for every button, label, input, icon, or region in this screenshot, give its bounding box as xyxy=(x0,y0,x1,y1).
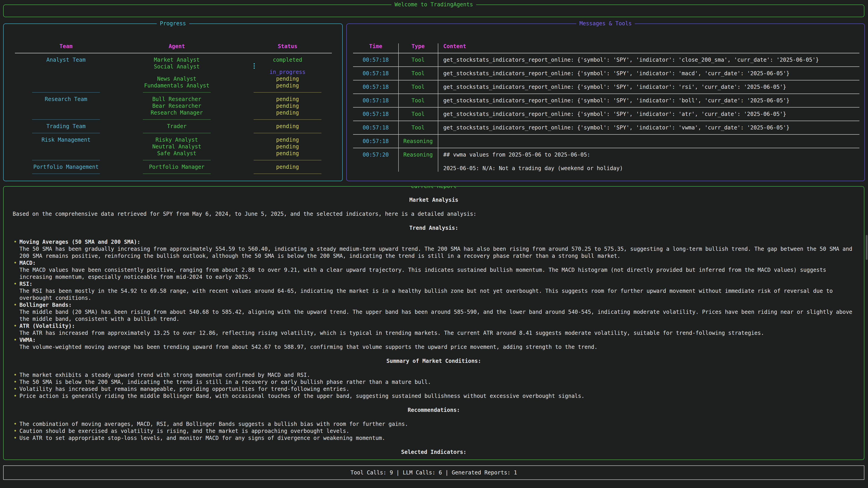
agent-name: Social Analyst xyxy=(143,63,211,75)
agent-separator xyxy=(143,133,211,133)
team-name: Analyst Team xyxy=(32,57,100,63)
messages-column-header: Time xyxy=(353,43,398,50)
column-divider xyxy=(398,43,399,172)
bullet-icon: • xyxy=(13,421,17,428)
message-time: 00:57:18 xyxy=(353,135,398,148)
status-label: in_progress xyxy=(254,69,321,75)
footer-stats-panel: Tool Calls: 9 | LLM Calls: 6 | Generated… xyxy=(3,465,864,480)
team-name: Risk Management xyxy=(32,136,100,143)
message-time: 00:57:20 xyxy=(353,148,398,175)
status-label: pending xyxy=(254,136,321,143)
agent-status: pending xyxy=(254,123,321,130)
progress-team-section: Trading TeamTraderpending xyxy=(15,123,332,130)
agent-status: completed xyxy=(254,57,321,63)
bullet-body: Price action is generally riding the mid… xyxy=(20,393,855,400)
message-content: get_stockstats_indicators_report_online:… xyxy=(438,67,860,80)
column-divider xyxy=(438,43,438,172)
report-main-heading: Market Analysis xyxy=(13,197,855,203)
report-body: Market AnalysisBased on the comprehensiv… xyxy=(4,187,864,456)
report-section-heading: Trend Analysis: xyxy=(13,225,855,232)
message-time: 00:57:18 xyxy=(353,94,398,107)
agent-status: pending xyxy=(254,136,321,143)
bullet-icon: • xyxy=(13,386,17,393)
bullet-body: Use ATR to set appropriate stop-loss lev… xyxy=(20,435,855,442)
progress-table: TeamAgentStatusAnalyst TeamMarket Analys… xyxy=(15,43,332,177)
message-time: 00:57:18 xyxy=(353,53,398,66)
messages-header-row: TimeTypeContent xyxy=(353,43,860,50)
report-bullet-list: •The market exhibits a steady upward tre… xyxy=(13,372,855,400)
team-separator xyxy=(32,160,100,160)
bullet-body: The volume-weighted moving average has b… xyxy=(20,344,855,351)
agent-status: pending xyxy=(254,96,321,103)
bullet-title: VWMA: xyxy=(20,337,855,344)
team-separator xyxy=(32,92,100,93)
bullet-title: ATR (Volatility): xyxy=(20,323,855,330)
status-label: pending xyxy=(254,82,321,89)
team-section-separator xyxy=(15,157,332,164)
status-label: pending xyxy=(254,150,321,157)
agent-status: pending xyxy=(254,75,321,82)
bullet-icon: • xyxy=(13,323,17,330)
messages-table: TimeTypeContent00:57:18Toolget_stockstat… xyxy=(353,43,860,175)
message-row: 00:57:18Toolget_stockstats_indicators_re… xyxy=(353,53,860,66)
report-bullet-item: •RSI:The RSI has been mostly in the 54.9… xyxy=(13,281,855,302)
agent-name: Bear Researcher xyxy=(143,103,211,109)
message-content: get_stockstats_indicators_report_online:… xyxy=(438,80,860,94)
agent-separator xyxy=(143,160,211,160)
report-bullet-item: •The combination of moving averages, MAC… xyxy=(13,421,855,428)
message-type: Tool xyxy=(398,67,438,80)
team-section-separator xyxy=(15,89,332,96)
report-panel-title: Current Report xyxy=(408,186,460,190)
message-time: 00:57:18 xyxy=(353,107,398,121)
team-separator xyxy=(32,119,100,120)
status-separator xyxy=(254,119,321,120)
message-content: get_stockstats_indicators_report_online:… xyxy=(438,107,860,121)
report-bullet-item: •Use ATR to set appropriate stop-loss le… xyxy=(13,435,855,442)
agent-name: Risky Analyst xyxy=(143,136,211,143)
message-content xyxy=(438,135,860,148)
progress-team-section: Risk ManagementRisky AnalystpendingNeutr… xyxy=(15,136,332,157)
bullet-title: Bollinger Bands: xyxy=(20,302,855,308)
message-row: 00:57:18Toolget_stockstats_indicators_re… xyxy=(353,80,860,94)
welcome-panel: Welcome to TradingAgents xyxy=(3,4,864,17)
team-section-separator xyxy=(15,116,332,123)
report-section-heading: Summary of Market Conditions: xyxy=(13,358,855,365)
report-bullet-list: •Moving Averages (50 SMA and 200 SMA):Th… xyxy=(13,238,855,351)
agent-name: Neutral Analyst xyxy=(143,143,211,150)
welcome-title: Welcome to TradingAgents xyxy=(392,1,476,8)
report-bullet-item: •Caution should be exercised as volatili… xyxy=(13,428,855,435)
messages-panel-title: Messages & Tools xyxy=(576,20,635,27)
status-label: pending xyxy=(254,164,321,170)
status-label: pending xyxy=(254,103,321,109)
bullet-icon: • xyxy=(13,337,17,344)
message-content: get_stockstats_indicators_report_online:… xyxy=(438,121,860,134)
bullet-body: Volatility has increased but remains man… xyxy=(20,386,855,393)
report-bullet-item: •ATR (Volatility):The ATR has increased … xyxy=(13,323,855,337)
team-separator xyxy=(32,133,100,133)
bullet-title: MACD: xyxy=(20,260,855,267)
team-section-separator xyxy=(15,170,332,177)
report-bullet-item: •Price action is generally riding the mi… xyxy=(13,393,855,400)
message-type: Tool xyxy=(398,107,438,121)
status-separator xyxy=(254,133,321,133)
agent-status: pending xyxy=(254,150,321,157)
progress-panel: Progress TeamAgentStatusAnalyst TeamMark… xyxy=(3,24,343,181)
agent-name: News Analyst xyxy=(143,75,211,82)
agent-status: pending xyxy=(254,143,321,150)
agent-name: Market Analyst xyxy=(143,57,211,63)
report-intro: Based on the comprehensive data retrieve… xyxy=(13,210,855,218)
message-time: 00:57:18 xyxy=(353,80,398,94)
progress-column-header: Agent xyxy=(143,43,211,50)
status-label: pending xyxy=(254,96,321,103)
agent-name: Safe Analyst xyxy=(143,150,211,157)
scrollbar-thumb[interactable] xyxy=(866,235,868,260)
agent-separator xyxy=(143,119,211,120)
agent-separator xyxy=(143,173,211,174)
message-row: 00:57:18Toolget_stockstats_indicators_re… xyxy=(353,67,860,80)
team-name: Portfolio Management xyxy=(32,164,100,170)
message-row: 00:57:18Toolget_stockstats_indicators_re… xyxy=(353,107,860,121)
header-separator xyxy=(15,53,332,53)
progress-team-section: Portfolio ManagementPortfolio Managerpen… xyxy=(15,164,332,170)
bullet-title: Moving Averages (50 SMA and 200 SMA): xyxy=(20,238,855,246)
progress-team-section: Research TeamBull ResearcherpendingBear … xyxy=(15,96,332,116)
